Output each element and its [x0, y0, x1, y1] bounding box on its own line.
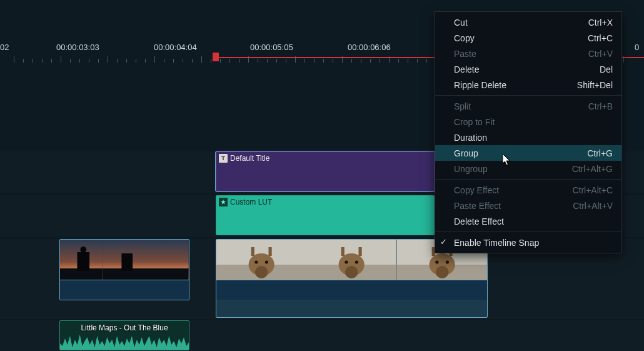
clip-label: Default Title — [230, 154, 269, 163]
menu-item-paste-effect: Paste EffectCtrl+Alt+V — [435, 198, 621, 213]
clip-audio[interactable]: Little Maps - Out The Blue — [59, 320, 189, 350]
menu-item-group[interactable]: GroupCtrl+G — [435, 145, 621, 161]
menu-item-shortcut: Del — [600, 64, 613, 74]
menu-item-cut[interactable]: CutCtrl+X — [435, 14, 621, 30]
context-menu[interactable]: CutCtrl+XCopyCtrl+CPasteCtrl+VDeleteDelR… — [435, 11, 622, 253]
svg-point-23 — [345, 261, 348, 264]
thumbnail — [103, 240, 146, 280]
ruler-timecode: 00:00:05:05 — [250, 43, 293, 52]
thumbnail — [306, 240, 396, 280]
svg-rect-6 — [121, 253, 133, 271]
menu-item-label: Copy — [454, 33, 475, 43]
svg-rect-2 — [77, 252, 89, 271]
menu-item-shortcut: Ctrl+C — [588, 33, 613, 43]
clip-label: Custom LUT — [230, 198, 272, 206]
track-audio[interactable]: Little Maps - Out The Blue — [0, 320, 644, 351]
ruler-timecode: 00:00:03:03 — [56, 43, 99, 52]
menu-item-label: Duration — [454, 133, 487, 143]
svg-point-15 — [254, 261, 258, 264]
menu-item-shortcut: Ctrl+Alt+C — [572, 185, 613, 195]
svg-point-16 — [265, 261, 268, 264]
clip-parking[interactable]: Parking — [59, 239, 189, 300]
menu-item-delete-effect[interactable]: Delete Effect — [435, 213, 621, 229]
svg-point-24 — [355, 261, 358, 264]
menu-item-ungroup: UngroupCtrl+Alt+G — [435, 161, 621, 176]
text-icon: T — [219, 154, 228, 163]
menu-item-delete[interactable]: DeleteDel — [435, 61, 621, 77]
menu-item-label: Delete Effect — [454, 216, 504, 226]
menu-item-label: Delete — [454, 64, 479, 74]
waveform — [60, 332, 189, 350]
svg-point-31 — [435, 261, 438, 264]
menu-item-label: Crop to Fit — [454, 117, 495, 127]
svg-point-3 — [80, 247, 86, 253]
menu-item-shortcut: Ctrl+Alt+G — [572, 164, 613, 174]
menu-item-ripple-delete[interactable]: Ripple DeleteShift+Del — [435, 77, 621, 93]
menu-item-copy-effect: Copy EffectCtrl+Alt+C — [435, 182, 621, 198]
svg-rect-13 — [251, 247, 254, 256]
ruler-timecode: 02 — [0, 43, 9, 52]
menu-item-paste: PasteCtrl+V — [435, 46, 621, 61]
clip-label: Little Maps - Out The Blue — [60, 323, 189, 332]
menu-item-label: Enable Timeline Snap — [454, 238, 539, 248]
menu-item-copy[interactable]: CopyCtrl+C — [435, 30, 621, 46]
thumbnail — [216, 240, 306, 280]
menu-item-shortcut: Ctrl+G — [587, 148, 613, 158]
clip-audio-lane — [216, 280, 487, 300]
svg-rect-22 — [359, 247, 362, 256]
svg-point-32 — [445, 261, 448, 264]
clip-title[interactable]: T Default Title — [216, 151, 435, 191]
clip-effect[interactable]: ★ Custom LUT — [216, 195, 435, 235]
svg-point-28 — [436, 266, 449, 278]
ruler-timecode: 0 — [635, 43, 639, 52]
clip-audio-lane — [60, 280, 189, 300]
menu-item-shortcut: Ctrl+V — [588, 49, 613, 59]
svg-rect-21 — [341, 247, 345, 256]
menu-item-label: Group — [454, 148, 478, 158]
ruler-timecode: 00:00:06:06 — [348, 43, 391, 52]
menu-item-label: Paste Effect — [454, 201, 501, 211]
menu-item-split: SplitCtrl+B — [435, 98, 621, 114]
menu-item-shortcut: Ctrl+B — [588, 101, 613, 111]
menu-item-label: Ungroup — [454, 164, 488, 174]
menu-item-shortcut: Shift+Del — [577, 80, 613, 90]
menu-item-shortcut: Ctrl+Alt+V — [573, 201, 613, 211]
svg-rect-14 — [269, 247, 272, 256]
menu-item-label: Split — [454, 101, 471, 111]
menu-item-crop-to-fit: Crop to Fit — [435, 114, 621, 130]
menu-item-enable-timeline-snap[interactable]: ✓Enable Timeline Snap — [435, 235, 621, 250]
menu-item-label: Ripple Delete — [454, 80, 506, 90]
svg-point-20 — [345, 266, 358, 278]
menu-item-duration[interactable]: Duration — [435, 130, 621, 145]
effect-icon: ★ — [219, 198, 228, 206]
svg-rect-8 — [146, 268, 189, 280]
ruler-timecode: 00:00:04:04 — [154, 43, 197, 52]
menu-item-label: Copy Effect — [454, 185, 499, 195]
svg-point-12 — [255, 266, 268, 278]
menu-item-label: Paste — [454, 49, 476, 59]
thumbnail — [146, 240, 189, 280]
menu-item-shortcut: Ctrl+X — [588, 18, 613, 28]
check-icon: ✓ — [440, 237, 447, 247]
thumbnail — [60, 240, 103, 280]
menu-item-label: Cut — [454, 18, 468, 28]
playhead-handle[interactable] — [213, 53, 219, 61]
